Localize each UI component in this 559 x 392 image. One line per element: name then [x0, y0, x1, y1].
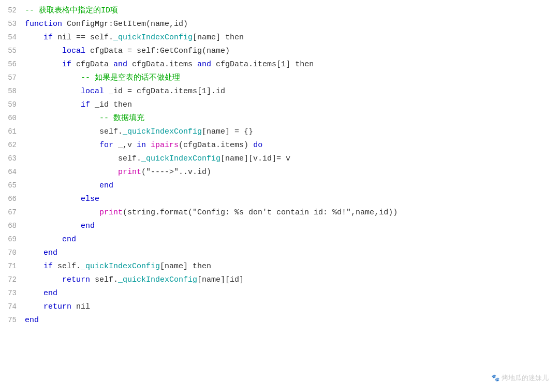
line-content: end [25, 314, 559, 327]
line-content: print("---->"..v.id) [25, 166, 559, 179]
token: then [113, 100, 132, 109]
code-line: 60 -- 数据填充 [0, 112, 559, 125]
token: [name][v.id]= v [220, 154, 290, 163]
token: ConfigMgr:GetItem(name,id) [62, 20, 188, 28]
token: return [25, 302, 71, 311]
line-content: for _,v in ipairs(cfgData.items) do [25, 139, 559, 152]
line-number: 73 [0, 287, 25, 299]
line-number: 59 [0, 99, 25, 110]
token: ("---->".. [141, 168, 188, 177]
code-line: 63 self._quickIndexConfig[name][v.id]= v [0, 152, 559, 166]
token: self. [25, 154, 141, 163]
token: nil == self. [53, 33, 113, 42]
line-number: 55 [0, 45, 25, 56]
token: then [295, 60, 314, 69]
code-line: 67 print(string.format("Config: %s don't… [0, 206, 559, 220]
code-line: 64 print("---->"..v.id) [0, 166, 559, 179]
token: end [43, 289, 57, 298]
token: cfgData.items [127, 60, 197, 69]
code-line: 59 if _id then [0, 98, 559, 112]
token: v.id) [188, 168, 211, 177]
token [25, 289, 43, 298]
line-content: -- 如果是空表的话不做处理 [25, 72, 559, 84]
code-line: 75end [0, 314, 559, 327]
line-content: end [25, 180, 559, 192]
token: return [25, 275, 90, 284]
token: local [25, 87, 104, 96]
line-content: function ConfigMgr:GetItem(name,id) [25, 18, 559, 31]
line-number: 66 [0, 193, 25, 205]
token: self. [53, 262, 81, 271]
line-number: 65 [0, 180, 25, 191]
token: [name] [193, 33, 220, 42]
token: _quickIndexConfig [81, 262, 160, 271]
token [25, 235, 62, 244]
code-line: 69 end [0, 233, 559, 246]
code-line: 58 local _id = cfgData.items[1].id [0, 85, 559, 98]
line-number: 61 [0, 126, 25, 137]
token: end [43, 249, 57, 257]
token [25, 249, 43, 257]
code-line: 61 self._quickIndexConfig[name] = {} [0, 125, 559, 139]
code-line: 65 end [0, 179, 559, 193]
token: and [113, 60, 127, 69]
code-line: 54 if nil == self._quickIndexConfig[name… [0, 31, 559, 45]
token: self. [90, 275, 118, 284]
line-content: if cfgData and cfgData.items and cfgData… [25, 59, 559, 71]
token [25, 222, 81, 230]
token: in [137, 141, 146, 150]
token: ipairs [151, 141, 179, 150]
code-line: 70 end [0, 246, 559, 260]
token: (string.format("Config: %s don't contain… [123, 208, 398, 217]
token: _id [90, 100, 113, 109]
token: and [197, 60, 211, 69]
line-content: end [25, 220, 559, 233]
token: print [99, 208, 123, 217]
token: cfgData = self:GetConfig(name) [85, 47, 230, 55]
line-content: return self._quickIndexConfig[name][id] [25, 274, 559, 286]
line-number: 72 [0, 274, 25, 285]
token: _,v [113, 141, 137, 150]
token: print [118, 168, 141, 177]
line-number: 75 [0, 314, 25, 326]
token: do [253, 141, 262, 150]
token: -- 数据填充 [25, 114, 144, 123]
line-content: -- 数据填充 [25, 112, 559, 125]
code-line: 73 end [0, 287, 559, 300]
line-content: return nil [25, 301, 559, 313]
line-number: 62 [0, 139, 25, 151]
line-number: 63 [0, 153, 25, 164]
line-number: 53 [0, 18, 25, 30]
token: end [81, 222, 95, 230]
line-content: local cfgData = self:GetConfig(name) [25, 45, 559, 57]
line-content: end [25, 247, 559, 259]
line-content: if _id then [25, 99, 559, 111]
code-line: 68 end [0, 220, 559, 233]
line-number: 60 [0, 112, 25, 124]
token [25, 168, 118, 177]
code-line: 72 return self._quickIndexConfig[name][i… [0, 273, 559, 287]
line-number: 57 [0, 72, 25, 83]
line-content: else [25, 193, 559, 206]
code-line: 52-- 获取表格中指定的ID项 [0, 4, 559, 18]
token: if [25, 100, 90, 109]
token: if [25, 33, 53, 42]
line-content: -- 获取表格中指定的ID项 [25, 5, 559, 17]
line-content: print(string.format("Config: %s don't co… [25, 207, 559, 219]
token: -- 如果是空表的话不做处理 [25, 74, 180, 82]
line-content: local _id = cfgData.items[1].id [25, 85, 559, 98]
token: then [193, 262, 211, 271]
code-line: 56 if cfgData and cfgData.items and cfgD… [0, 58, 559, 71]
code-container: 52-- 获取表格中指定的ID项53function ConfigMgr:Get… [0, 0, 559, 392]
line-number: 58 [0, 85, 25, 97]
line-content: end [25, 234, 559, 246]
code-line: 71 if self._quickIndexConfig[name] then [0, 260, 559, 273]
token: self. [25, 127, 123, 136]
token: (cfgData.items) [179, 141, 253, 150]
line-number: 71 [0, 260, 25, 272]
token: [name] = {} [202, 127, 253, 136]
token: end [62, 235, 76, 244]
token: for [25, 141, 113, 150]
code-line: 55 local cfgData = self:GetConfig(name) [0, 45, 559, 58]
line-content: self._quickIndexConfig[name][v.id]= v [25, 153, 559, 165]
